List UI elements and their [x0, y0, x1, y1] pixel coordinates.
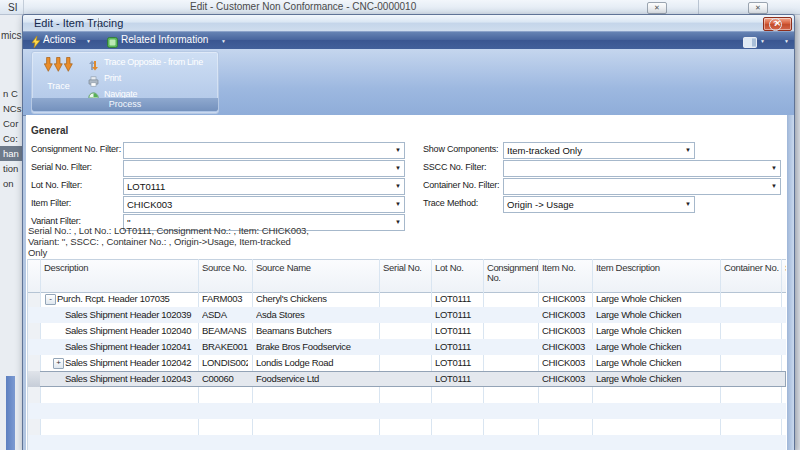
filter-summary: Only — [28, 247, 47, 258]
background-nav-item[interactable]: Cor — [3, 118, 18, 129]
show-components-field[interactable]: Item-tracked Only▼ — [503, 142, 695, 159]
consignment-filter-label: Consignment No. Filter: — [31, 144, 121, 154]
dropdown-icon: ▼ — [395, 165, 401, 171]
general-section-heading: General — [31, 125, 68, 136]
window-frame-right — [787, 115, 794, 450]
chevron-down-icon: ▼ — [221, 38, 226, 44]
consignment-filter-field[interactable]: ▼ — [123, 142, 405, 159]
table-row-selected[interactable]: Sales Shipment Header 102043 C00060 Food… — [28, 371, 786, 387]
column-header-item-no[interactable]: Item No. — [542, 263, 590, 273]
chevron-down-icon: ▼ — [760, 38, 765, 44]
selected-row-indicator — [28, 371, 40, 387]
filter-summary: Serial No.: , Lot No.: LOT0111, Consignm… — [28, 225, 309, 236]
dropdown-icon: ▼ — [771, 165, 777, 171]
dropdown-icon: ▼ — [685, 201, 691, 207]
background-nav-item[interactable]: NCs — [3, 103, 21, 114]
column-header-overflow[interactable]: S — [785, 263, 786, 273]
lot-filter-field[interactable]: LOT0111▼ — [123, 178, 405, 195]
column-header-item-description[interactable]: Item Description — [596, 263, 718, 273]
table-row[interactable]: Sales Shipment Header 102041 BRAKE001 Br… — [28, 339, 786, 355]
ribbon: Trace Trace Opposite - from Line Print N… — [23, 49, 794, 116]
dropdown-icon: ▼ — [395, 201, 401, 207]
trace-button-label: Trace — [35, 81, 82, 91]
background-tab-label: SI — [8, 2, 17, 13]
background-close-icon[interactable]: ✕ — [647, 2, 667, 14]
process-action-group: Trace Trace Opposite - from Line Print N… — [31, 51, 219, 114]
background-tab-divider — [23, 0, 24, 14]
column-header-container-no[interactable]: Container No. — [724, 263, 779, 273]
dropdown-icon: ▼ — [395, 219, 401, 225]
table-row-empty — [28, 387, 786, 403]
dropdown-icon: ▼ — [395, 183, 401, 189]
background-menu-fragment: mics — [1, 30, 22, 41]
table-row[interactable]: - Purch. Rcpt. Header 107035 FARM003 Che… — [28, 291, 786, 307]
trace-results-grid: Description Source No. Source Name Seria… — [27, 259, 786, 450]
background-nav-item[interactable]: n C — [3, 88, 18, 99]
dropdown-icon: ▼ — [771, 183, 777, 189]
column-header-description[interactable]: Description — [44, 263, 194, 273]
dropdown-icon: ▼ — [685, 147, 691, 153]
table-row-empty — [28, 435, 786, 450]
process-group-label: Process — [32, 98, 218, 111]
related-information-menu-button[interactable]: Related Information — [121, 34, 208, 45]
chevron-down-icon: ▼ — [784, 38, 789, 44]
serial-filter-label: Serial No. Filter: — [31, 162, 92, 172]
background-nav-item-selected-label: han — [3, 148, 19, 159]
table-row-empty — [28, 419, 786, 435]
background-close-icon[interactable]: ✕ — [748, 2, 768, 14]
filter-summary: Variant: '', SSCC: , Container No.: , Or… — [28, 236, 291, 247]
dropdown-icon: ▼ — [395, 147, 401, 153]
sscc-filter-label: SSCC No. Filter: — [423, 162, 486, 172]
sscc-filter-field[interactable]: ▼ — [503, 160, 781, 177]
grid-header: Description Source No. Source Name Seria… — [28, 259, 786, 293]
table-row-empty — [28, 403, 786, 419]
trace-icon — [44, 57, 73, 77]
background-window-title: Edit - Customer Non Conformance - CNC-00… — [190, 1, 416, 12]
trace-method-field[interactable]: Origin -> Usage▼ — [503, 196, 695, 213]
item-filter-field[interactable]: CHICK003▼ — [123, 196, 405, 213]
window-title: Edit - Item Tracing — [34, 17, 123, 29]
background-nav-item[interactable]: tion — [3, 163, 18, 174]
table-row[interactable]: Sales Shipment Header 102040 BEAMANS Bea… — [28, 323, 786, 339]
actions-menu-button[interactable]: Actions — [43, 34, 76, 45]
trace-opposite-button[interactable]: Trace Opposite - from Line — [88, 56, 216, 70]
background-titlebar-divider — [698, 0, 699, 14]
column-header-source-name[interactable]: Source Name — [256, 263, 376, 273]
window-titlebar — [23, 15, 794, 31]
container-filter-label: Container No. Filter: — [423, 180, 499, 190]
column-header-consignment-no[interactable]: Consignment No. — [487, 263, 539, 283]
show-components-label: Show Components: — [423, 144, 498, 154]
table-row[interactable]: Sales Shipment Header 102039 ASDA Asda S… — [28, 307, 786, 323]
column-header-source-no[interactable]: Source No. — [202, 263, 252, 273]
menubar-separator — [99, 18, 100, 30]
column-header-lot-no[interactable]: Lot No. — [435, 263, 481, 273]
item-filter-label: Item Filter: — [31, 198, 71, 208]
column-header-serial-no[interactable]: Serial No. — [383, 263, 429, 273]
background-pane-edge — [6, 376, 15, 450]
chevron-down-icon: ▼ — [86, 38, 91, 44]
serial-filter-field[interactable]: ▼ — [123, 160, 405, 177]
help-button[interactable]: ? — [769, 18, 782, 31]
trace-button[interactable]: Trace — [35, 54, 82, 97]
container-filter-field[interactable]: ▼ — [503, 178, 781, 195]
lot-filter-label: Lot No. Filter: — [31, 180, 82, 190]
tree-collapse-icon[interactable]: - — [45, 294, 56, 305]
table-row[interactable]: + Sales Shipment Header 102042 LONDIS002… — [28, 355, 786, 371]
item-tracing-window: Edit - Item Tracing ✕ Actions ▼ Related … — [22, 14, 795, 450]
print-button[interactable]: Print — [88, 72, 216, 86]
background-nav-item[interactable]: Co: — [3, 133, 18, 144]
tree-expand-icon[interactable]: + — [53, 358, 64, 369]
background-nav-item[interactable]: on — [3, 178, 14, 189]
trace-method-label: Trace Method: — [423, 198, 478, 208]
